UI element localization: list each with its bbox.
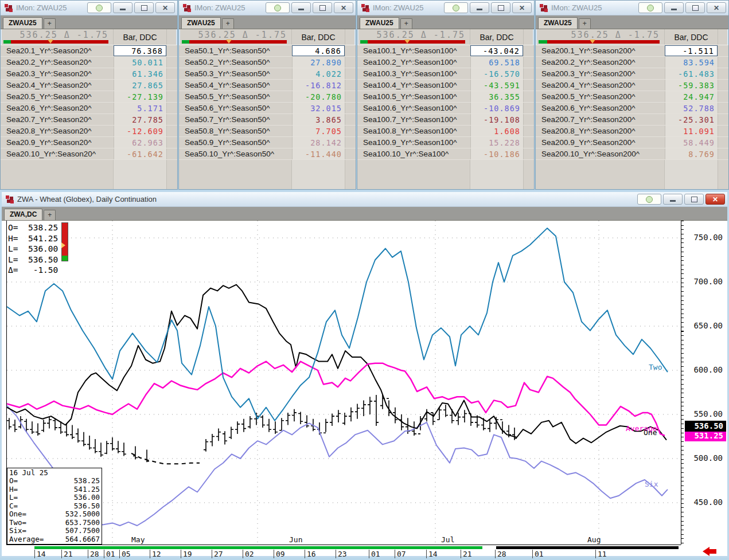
series-label[interactable]: Sea20.8_Yr^:Season20^ — [1, 126, 114, 136]
series-value[interactable]: -43.042 — [470, 45, 523, 56]
maximize-button[interactable] — [491, 2, 510, 13]
series-value[interactable]: 36.355 — [470, 91, 523, 102]
series-label[interactable]: Sea20.2_Yr^:Season20^ — [1, 57, 114, 68]
series-value[interactable]: 3.865 — [292, 114, 345, 125]
table-row[interactable]: Sea100.1_Yr^:Season100^-43.042 — [357, 45, 534, 57]
series-value[interactable]: -10.869 — [470, 103, 523, 113]
table-row[interactable]: Sea20.7_Yr^:Season20^27.785 — [1, 114, 177, 126]
price-axis[interactable]: 536.50 531.25 750.00700.00650.00600.0055… — [681, 221, 726, 545]
series-label[interactable]: Sea100.7_Yr^:Season100^ — [357, 114, 470, 125]
series-value[interactable]: -11.440 — [292, 148, 345, 159]
table-row[interactable]: Sea20.4_Yr^:Season20^27.865 — [1, 80, 177, 91]
maximize-button[interactable] — [685, 2, 705, 13]
close-button[interactable]: ✕ — [512, 2, 532, 13]
series-label[interactable]: Sea50.4_Yr^:Season50^ — [179, 80, 292, 91]
series-value[interactable]: -43.591 — [470, 80, 523, 91]
series-value[interactable]: 28.142 — [292, 137, 345, 148]
tab-zwau25[interactable]: ZWAU25 — [181, 17, 221, 29]
table-row[interactable]: Sea20.6_Yr^:Season20^5.171 — [1, 103, 177, 114]
table-row[interactable]: Sea100.4_Yr^:Season100^-43.591 — [357, 80, 534, 91]
table-row[interactable]: Sea200.5_Yr^:Season200^24.947 — [536, 91, 728, 103]
series-value[interactable]: -16.570 — [470, 68, 523, 79]
series-label[interactable]: Sea100.3_Yr^:Season100^ — [357, 68, 470, 79]
series-label[interactable]: Sea20.3_Yr^:Season20^ — [1, 68, 114, 79]
series-value[interactable]: 69.518 — [470, 57, 523, 68]
close-button[interactable]: ✕ — [707, 2, 726, 13]
panel-titlebar[interactable]: IMon: ZWAU25✕ — [357, 1, 534, 15]
table-row[interactable]: Sea20.9_Yr^:Season20^62.963 — [1, 137, 177, 148]
add-tab-button[interactable]: + — [400, 18, 412, 29]
series-value[interactable]: 76.368 — [114, 45, 166, 56]
series-label[interactable]: Sea200.9_Yr^:Season200^ — [536, 137, 665, 148]
series-value[interactable]: 8.769 — [665, 148, 718, 159]
series-label[interactable]: Sea100.8_Yr^:Season100^ — [357, 126, 470, 136]
table-row[interactable]: Sea20.3_Yr^:Season20^61.346 — [1, 68, 177, 80]
snapshot-button[interactable] — [444, 2, 468, 13]
column-header-bar-ddc[interactable]: Bar, DDC — [113, 29, 166, 45]
table-row[interactable]: Sea50.8_Yr^:Season50^7.705 — [179, 126, 356, 137]
table-row[interactable]: Sea100.2_Yr^:Season100^69.518 — [357, 57, 534, 68]
series-value[interactable]: 5.171 — [114, 103, 166, 113]
table-row[interactable]: Sea100.9_Yr^:Season100^15.228 — [357, 137, 534, 148]
series-value[interactable]: -61.642 — [114, 148, 166, 159]
table-row[interactable]: Sea100.7_Yr^:Season100^-19.108 — [357, 114, 534, 126]
scroll-to-end-arrow[interactable] — [703, 547, 718, 556]
table-row[interactable]: Sea50.3_Yr^:Season50^4.022 — [179, 68, 356, 80]
series-label[interactable]: Sea50.9_Yr^:Season50^ — [179, 137, 292, 148]
tab-zwau25[interactable]: ZWAU25 — [360, 17, 399, 29]
series-value[interactable]: -10.186 — [470, 148, 523, 159]
panel-titlebar[interactable]: IMon: ZWAU25✕ — [536, 1, 728, 15]
snapshot-button[interactable] — [638, 2, 662, 13]
series-value[interactable]: 50.011 — [114, 57, 166, 68]
column-header-bar-ddc[interactable]: Bar, DDC — [470, 29, 523, 45]
snapshot-button[interactable] — [266, 2, 290, 13]
series-label[interactable]: Sea50.10_Yr^:Season50^ — [179, 148, 292, 159]
close-button[interactable]: ✕ — [705, 194, 725, 205]
series-value[interactable]: 24.947 — [665, 91, 718, 102]
table-row[interactable]: Sea50.2_Yr^:Season50^27.890 — [179, 57, 356, 68]
series-value[interactable]: 11.091 — [665, 126, 718, 136]
table-row[interactable]: Sea200.9_Yr^:Season200^58.449 — [536, 137, 728, 148]
close-button[interactable]: ✕ — [334, 2, 353, 13]
table-row[interactable]: Sea200.8_Yr^:Season200^11.091 — [536, 126, 728, 137]
tab-zwa-dc[interactable]: ZWA,DC — [4, 209, 42, 220]
series-value[interactable]: -1.511 — [665, 45, 718, 56]
table-row[interactable]: Sea100.6_Yr^:Season100^-10.869 — [357, 103, 534, 114]
series-value[interactable]: 27.890 — [292, 57, 345, 68]
maximize-button[interactable] — [684, 194, 704, 205]
add-tab-button[interactable]: + — [222, 18, 234, 29]
series-label[interactable]: Sea20.5_Yr^:Season20^ — [1, 91, 114, 102]
add-tab-button[interactable]: + — [44, 18, 56, 29]
table-row[interactable]: Sea200.1_Yr^:Season200^-1.511 — [536, 45, 728, 57]
maximize-button[interactable] — [134, 2, 154, 13]
series-value[interactable]: 7.705 — [292, 126, 345, 136]
table-row[interactable]: Sea100.10_Yr^:Sea100^-10.186 — [357, 148, 534, 160]
add-tab-button[interactable]: + — [579, 18, 591, 29]
series-value[interactable]: 58.449 — [665, 137, 718, 148]
series-label[interactable]: Sea50.2_Yr^:Season50^ — [179, 57, 292, 68]
minimize-button[interactable] — [663, 194, 683, 205]
series-label[interactable]: Sea200.6_Yr^:Season200^ — [536, 103, 665, 113]
series-value[interactable]: 4.022 — [292, 68, 345, 79]
series-label[interactable]: Sea200.1_Yr^:Season200^ — [536, 45, 665, 56]
table-row[interactable]: Sea200.6_Yr^:Season200^52.788 — [536, 103, 728, 114]
minimize-button[interactable] — [664, 2, 684, 13]
series-value[interactable]: -61.483 — [665, 68, 718, 79]
table-row[interactable]: Sea100.8_Yr^:Season100^1.608 — [357, 126, 534, 137]
series-value[interactable]: 27.785 — [114, 114, 166, 125]
series-label[interactable]: Sea100.4_Yr^:Season100^ — [357, 80, 470, 91]
minimize-button[interactable] — [113, 2, 132, 13]
snapshot-button[interactable] — [87, 2, 111, 13]
maximize-button[interactable] — [313, 2, 332, 13]
time-axis[interactable]: 14212801051219270209162301071421280111 — [2, 545, 726, 560]
series-value[interactable]: 4.686 — [292, 45, 345, 56]
table-row[interactable]: Sea200.3_Yr^:Season200^-61.483 — [536, 68, 728, 80]
series-value[interactable]: -59.383 — [665, 80, 718, 91]
table-row[interactable]: Sea50.6_Yr^:Season50^32.015 — [179, 103, 356, 114]
table-row[interactable]: Sea50.7_Yr^:Season50^3.865 — [179, 114, 356, 126]
series-label[interactable]: Sea200.8_Yr^:Season200^ — [536, 126, 665, 136]
series-label[interactable]: Sea20.1_Yr^:Season20^ — [1, 45, 114, 56]
panel-titlebar[interactable]: IMon: ZWAU25✕ — [179, 1, 356, 15]
table-row[interactable]: Sea200.4_Yr^:Season200^-59.383 — [536, 80, 728, 91]
series-label[interactable]: Sea100.5_Yr^:Season100^ — [357, 91, 470, 102]
